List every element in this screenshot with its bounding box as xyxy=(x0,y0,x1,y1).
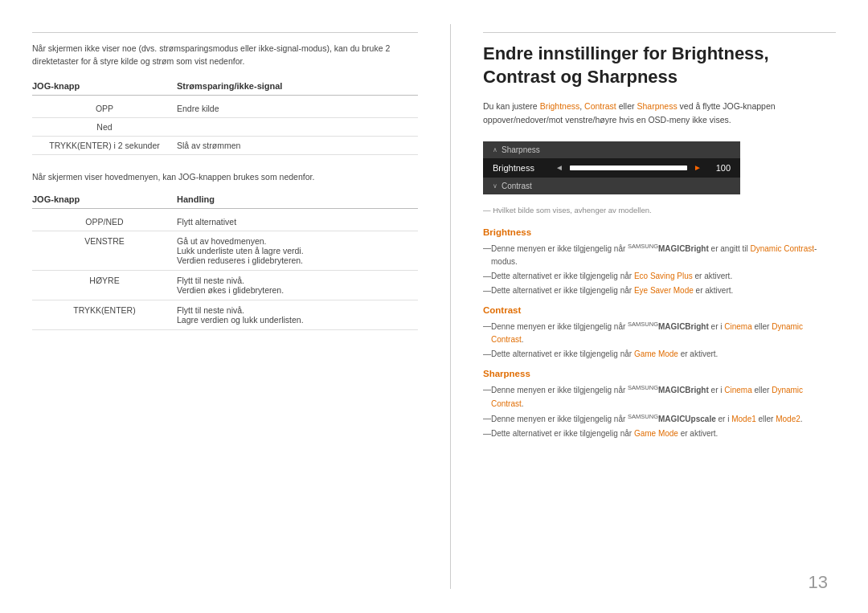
osd-top-row: ∧ Sharpness xyxy=(483,141,740,158)
magic-bright-2: MAGICBright xyxy=(658,322,709,331)
table2-row2-col2: Gå ut av hovedmenyen. Lukk underliste ut… xyxy=(177,236,418,265)
osd-bottom-label: Contrast xyxy=(502,182,532,190)
table1-row3-col2: Slå av strømmen xyxy=(177,141,418,150)
table1-row2-col1: Ned xyxy=(32,122,177,132)
osd-bottom-row: ∨ Contrast xyxy=(483,178,740,194)
contrast-note-2: Dette alternativet er ikke tilgjengelig … xyxy=(483,348,836,361)
table2-row4-col1: TRYKK(ENTER) xyxy=(32,305,177,315)
table2-row1-col2: Flytt alternativet xyxy=(177,217,418,227)
brightness-note-3: Dette alternativet er ikke tilgjengelig … xyxy=(483,284,836,297)
table1-row1-col2: Endre kilde xyxy=(177,104,418,113)
dynamic-contrast-ref-1: Dynamic Contrast xyxy=(751,244,814,253)
samsung-logo-3: SAMSUNG xyxy=(628,384,658,391)
eco-saving-plus-ref: Eco Saving Plus xyxy=(634,272,693,280)
table-row: HØYRE Flytt til neste nivå. Verdien økes… xyxy=(32,271,418,300)
table-row: TRYKK(ENTER) Flytt til neste nivå. Lagre… xyxy=(32,300,418,330)
magic-bright-1: MAGICBright xyxy=(658,244,709,253)
osd-widget: ∧ Sharpness Brightness ◄ ► 100 ∨ Contras… xyxy=(483,141,740,194)
secondary-intro-text: Når skjermen viser hovedmenyen, kan JOG-… xyxy=(32,171,418,184)
samsung-logo-4: SAMSUNG xyxy=(628,413,658,420)
table1-col1-header: JOG-knapp xyxy=(32,81,177,91)
table1-row1-col1: OPP xyxy=(32,104,177,113)
table1-header: JOG-knapp Strømsparing/ikke-signal xyxy=(32,81,418,96)
arrow-left-icon: ◄ xyxy=(555,163,563,172)
osd-slider-track xyxy=(570,166,687,170)
table2-row3-col1: HØYRE xyxy=(32,276,177,285)
table-row: OPP Endre kilde xyxy=(32,100,418,118)
cinema-ref-2: Cinema xyxy=(724,386,751,395)
game-mode-ref-2: Game Mode xyxy=(634,429,678,438)
contrast-highlight: Contrast xyxy=(584,101,616,111)
table-row: Ned xyxy=(32,118,418,137)
table2-row2-col1: VENSTRE xyxy=(32,236,177,246)
samsung-logo-2: SAMSUNG xyxy=(628,321,658,328)
page-number: 13 xyxy=(809,572,828,593)
brightness-note-2: Dette alternativet er ikke tilgjengelig … xyxy=(483,270,836,283)
table-row: TRYKK(ENTER) i 2 sekunder Slå av strømme… xyxy=(32,137,418,155)
contrast-note-1: Denne menyen er ikke tilgjengelig når SA… xyxy=(483,320,836,346)
osd-top-label: Sharpness xyxy=(502,145,540,154)
table2-row4-col2: Flytt til neste nivå. Lagre verdien og l… xyxy=(177,305,418,325)
magic-bright-3: MAGICBright xyxy=(658,386,709,395)
jog-table-2: JOG-knapp Handling OPP/NED Flytt alterna… xyxy=(32,194,418,330)
sharpness-note-2: Denne menyen er ikke tilgjengelig når SA… xyxy=(483,412,836,426)
table2-col2-header: Handling xyxy=(177,194,418,204)
left-panel: Når skjermen ikke viser noe (dvs. strøms… xyxy=(32,24,418,589)
jog-table-1: JOG-knapp Strømsparing/ikke-signal OPP E… xyxy=(32,81,418,155)
brightness-section-heading: Brightness xyxy=(483,227,836,237)
sharpness-highlight: Sharpness xyxy=(637,101,677,111)
arrow-up-icon: ∧ xyxy=(493,146,497,153)
samsung-logo-1: SAMSUNG xyxy=(628,243,658,250)
left-intro-text: Når skjermen ikke viser noe (dvs. strøms… xyxy=(32,43,418,68)
sharpness-note-1: Denne menyen er ikke tilgjengelig når SA… xyxy=(483,383,836,410)
right-intro-text: Du kan justere Brightness, Contrast elle… xyxy=(483,100,836,127)
osd-main-row: Brightness ◄ ► 100 xyxy=(483,158,740,178)
table1-row3-col1: TRYKK(ENTER) i 2 sekunder xyxy=(32,141,177,150)
osd-value: 100 xyxy=(708,163,731,173)
brightness-highlight: Brightness xyxy=(540,101,580,111)
osd-slider-fill xyxy=(570,166,687,170)
top-divider-left xyxy=(32,32,418,33)
contrast-section-heading: Contrast xyxy=(483,305,836,315)
table-row: OPP/NED Flytt alternativet xyxy=(32,213,418,231)
arrow-down-icon: ∨ xyxy=(493,182,497,190)
top-divider-right xyxy=(483,32,836,33)
table2-col1-header: JOG-knapp xyxy=(32,194,177,204)
magic-upscale-ref: MAGICUpscale xyxy=(658,415,716,423)
brightness-note-1: Denne menyen er ikke tilgjengelig når SA… xyxy=(483,242,836,268)
eye-saver-ref: Eye Saver Mode xyxy=(634,286,694,295)
sharpness-note-3: Dette alternativet er ikke tilgjengelig … xyxy=(483,427,836,440)
image-note: Hvilket bilde som vises, avhenger av mod… xyxy=(483,206,836,215)
mode1-ref: Mode1 xyxy=(731,415,756,423)
arrow-right-icon: ► xyxy=(694,163,702,172)
right-panel: Endre innstillinger for Brightness, Cont… xyxy=(450,24,836,589)
table2-header: JOG-knapp Handling xyxy=(32,194,418,209)
cinema-ref-1: Cinema xyxy=(724,322,751,331)
table2-row1-col1: OPP/NED xyxy=(32,217,177,227)
table2-row3-col2: Flytt til neste nivå. Verdien økes i gli… xyxy=(177,276,418,295)
page-title: Endre innstillinger for Brightness, Cont… xyxy=(483,43,836,88)
table-row: VENSTRE Gå ut av hovedmenyen. Lukk under… xyxy=(32,231,418,271)
osd-main-label: Brightness xyxy=(493,163,549,173)
table1-col2-header: Strømsparing/ikke-signal xyxy=(177,81,418,91)
mode2-ref: Mode2 xyxy=(776,415,800,423)
sharpness-section-heading: Sharpness xyxy=(483,369,836,378)
game-mode-ref-1: Game Mode xyxy=(634,349,678,358)
